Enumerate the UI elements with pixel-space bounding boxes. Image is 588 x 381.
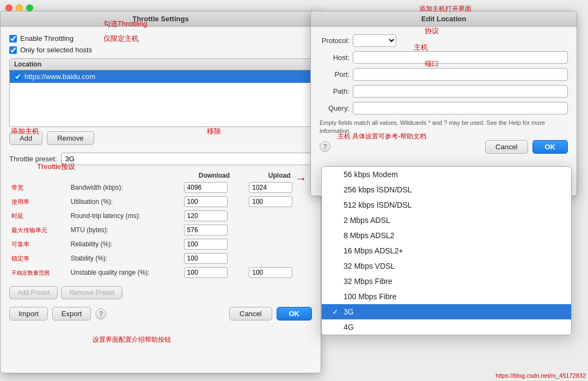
table-row: 最大传输单元 MTU (bytes): — [9, 223, 312, 237]
export-button[interactable]: Export — [52, 307, 91, 320]
port-input[interactable] — [353, 68, 568, 81]
location-checkbox[interactable] — [14, 73, 21, 80]
preset-dropdown: 56 kbps Modem 256 kbps ISDN/DSL 512 kbps… — [321, 166, 572, 335]
utilisation-annotation: 使用率 — [9, 195, 69, 209]
annotation-host: 主机 — [414, 43, 428, 52]
col-header-download: Download — [182, 171, 247, 180]
minimize-button[interactable] — [16, 4, 23, 11]
host-row: Host: — [320, 51, 568, 64]
location-section: Location https://www.baidu.com — [9, 58, 312, 127]
dropdown-item-2adsl[interactable]: 2 Mbps ADSL — [322, 213, 571, 228]
location-item[interactable]: https://www.baidu.com — [10, 70, 311, 83]
remove-preset-button[interactable]: Remove Preset — [61, 286, 122, 299]
dropdown-item-label: 16 Mbps ADSL2+ — [344, 246, 403, 255]
annotation-add-host: 添加主机 — [11, 126, 39, 136]
throttle-preset-input[interactable]: 3G — [61, 153, 312, 165]
utilisation-download[interactable] — [184, 196, 228, 207]
annotation-throttle-preset: Throttle预设 — [37, 162, 75, 172]
dropdown-item-label: 100 Mbps Fibre — [344, 292, 396, 301]
table-row: 稳定率 Stability (%): — [9, 251, 312, 265]
dropdown-item-3g[interactable]: ✓ 3G — [322, 304, 571, 319]
latency-download[interactable] — [184, 210, 228, 221]
bandwidth-upload[interactable] — [249, 182, 292, 193]
dropdown-item-4g[interactable]: 4G — [322, 319, 571, 335]
table-row: 使用率 Utilisation (%): — [9, 195, 312, 209]
remove-button[interactable]: Remove — [47, 131, 94, 145]
dropdown-item-32vdsl[interactable]: 32 Mbps VDSL — [322, 258, 571, 274]
reliability-label: Reliability (%): — [69, 237, 182, 251]
bandwidth-label: Bandwidth (kbps): — [69, 180, 182, 195]
dropdown-item-512isdn[interactable]: 512 kbps ISDN/DSL — [322, 197, 571, 213]
dropdown-item-16adsl2[interactable]: 16 Mbps ADSL2+ — [322, 243, 571, 258]
dropdown-item-8adsl2[interactable]: 8 Mbps ADSL2 — [322, 228, 571, 243]
dropdown-item-label: 56 kbps Modem — [344, 170, 398, 179]
ok-button[interactable]: OK — [277, 307, 313, 320]
table-row: 不稳定数量范围 Unstable quality range (%): — [9, 265, 312, 280]
add-preset-button[interactable]: Add Preset — [9, 286, 58, 299]
checkmark: ✓ — [332, 307, 339, 316]
unstable-upload[interactable] — [249, 267, 292, 278]
annotation-throttling: 勾选Throttling — [103, 19, 147, 29]
protocol-row: Protocol: http https — [320, 34, 568, 47]
unstable-annotation: 不稳定数量范围 — [9, 265, 69, 280]
query-input[interactable] — [353, 102, 568, 114]
latency-annotation: 时延 — [9, 209, 69, 223]
annotation-edit-location: 添加主机打开界面 — [419, 4, 471, 14]
path-row: Path: — [320, 85, 568, 98]
edit-cancel-button[interactable]: Cancel — [485, 140, 528, 154]
protocol-label: Protocol: — [320, 37, 350, 45]
reliability-annotation: 可靠率 — [9, 237, 69, 251]
throttle-settings-window: Throttle Settings Enable Throttling Only… — [0, 11, 321, 373]
reliability-download[interactable] — [184, 239, 228, 250]
stability-annotation: 稳定率 — [9, 251, 69, 265]
col-header-empty — [9, 171, 182, 180]
edit-help-button[interactable]: ? — [320, 141, 330, 152]
cancel-button[interactable]: Cancel — [229, 307, 272, 320]
annotation-port: 端口 — [425, 59, 439, 69]
table-row: 可靠率 Reliability (%): — [9, 237, 312, 251]
query-label: Query: — [320, 104, 350, 112]
utilisation-label: Utilisation (%): — [69, 195, 182, 209]
add-remove-btn-row: Add Remove — [9, 131, 312, 145]
stability-download[interactable] — [184, 253, 228, 264]
dropdown-item-56kmodem[interactable]: 56 kbps Modem — [322, 167, 571, 182]
unstable-download[interactable] — [184, 267, 228, 278]
location-url: https://www.baidu.com — [24, 72, 95, 81]
edit-ok-button[interactable]: OK — [532, 140, 568, 154]
close-button[interactable] — [5, 4, 13, 11]
port-label: Port: — [320, 70, 350, 78]
annotation-hosts: 仅限定主机 — [103, 34, 139, 44]
host-label: Host: — [320, 53, 350, 62]
help-button[interactable]: ? — [95, 309, 106, 319]
stability-label: Stability (%): — [69, 251, 182, 265]
dropdown-item-label: 3G — [344, 307, 354, 316]
dropdown-item-32fibre[interactable]: 32 Mbps Fibre — [322, 274, 571, 289]
path-input[interactable] — [353, 85, 568, 98]
edit-titlebar: Edit Location — [311, 11, 577, 27]
path-label: Path: — [320, 87, 350, 95]
annotation-remove: 移除 — [207, 126, 221, 136]
bandwidth-download[interactable] — [184, 182, 228, 193]
only-selected-hosts-label: Only for selected hosts — [20, 46, 92, 54]
dropdown-item-256isdn[interactable]: 256 kbps ISDN/DSL — [322, 182, 571, 197]
port-row: Port: — [320, 68, 568, 81]
enable-throttling-checkbox[interactable] — [9, 35, 17, 43]
table-row: 时延 Round-trip latency (ms): — [9, 209, 312, 223]
import-button[interactable]: Import — [9, 307, 48, 320]
query-row: Query: — [320, 102, 568, 114]
utilisation-upload[interactable] — [249, 196, 292, 207]
mtu-download[interactable] — [184, 225, 228, 235]
only-selected-hosts-row: Only for selected hosts — [9, 46, 312, 54]
only-selected-hosts-checkbox[interactable] — [9, 46, 17, 54]
dropdown-item-100fibre[interactable]: 100 Mbps Fibre — [322, 289, 571, 304]
maximize-button[interactable] — [26, 4, 33, 11]
annotation-help: 主机 具体设置可参考-帮助文档 — [338, 132, 426, 141]
watermark: https://blog.csdn.net/m_45172832 — [495, 372, 586, 379]
annotation-help-bottom: 设置界面配置介绍帮助按钮 — [93, 335, 171, 344]
enable-throttling-label: Enable Throttling — [20, 34, 74, 43]
host-input[interactable] — [353, 51, 568, 64]
location-header: Location — [10, 59, 311, 70]
params-table: Download Upload 带宽 Bandwidth (kbps): — [9, 171, 312, 280]
protocol-select[interactable]: http https — [353, 34, 396, 47]
dropdown-item-label: 4G — [344, 323, 354, 331]
